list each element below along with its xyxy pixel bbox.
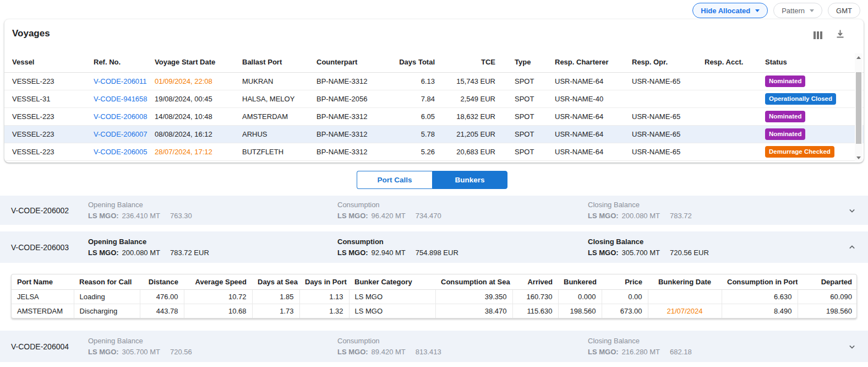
pattern-label: Pattern xyxy=(782,7,805,15)
resp-opr-cell: USR-NAME-65 xyxy=(632,148,705,156)
column-header-counterpart[interactable]: Counterpart xyxy=(316,58,391,66)
gmt-button[interactable]: GMT xyxy=(828,3,860,18)
fuel-type-label: LS MGO: xyxy=(588,348,619,356)
chevron-up-icon[interactable] xyxy=(845,242,859,253)
ref-no-link[interactable]: V-CODE-941658 xyxy=(94,95,148,103)
closing-balance-label: Closing Balance xyxy=(588,337,845,345)
download-icon[interactable] xyxy=(836,29,845,41)
consumption-sea-cell: 39.350 xyxy=(435,289,512,304)
bunker-section: V-CODE-206002 Opening Balance LS MGO:236… xyxy=(0,196,868,225)
closing-balance-block: Closing Balance LS MGO:216.280 MT682.18 xyxy=(588,337,845,356)
tce-cell: 15,743 EUR xyxy=(435,77,495,85)
column-header-ballast[interactable]: Ballast Port xyxy=(242,58,316,66)
scrollbar-thumb[interactable] xyxy=(856,72,861,144)
days-total-cell: 6.13 xyxy=(391,77,435,85)
vessel-cell: VESSEL-31 xyxy=(12,95,94,103)
type-cell: SPOT xyxy=(495,130,555,138)
days-port-cell: 1.32 xyxy=(299,304,349,318)
vertical-scrollbar[interactable] xyxy=(855,53,862,161)
table-row[interactable]: VESSEL-223 V-CODE-206008 14/08/2024, 10:… xyxy=(4,108,864,126)
column-header-opr[interactable]: Resp. Opr. xyxy=(632,58,705,66)
port-name-cell: JELSA xyxy=(12,289,74,304)
table-row-selected[interactable]: VESSEL-223 V-CODE-206007 08/08/2024, 16:… xyxy=(4,126,864,143)
port-calls-table: Port Name Reason for Call Distance Avera… xyxy=(11,274,857,319)
hide-allocated-button[interactable]: Hide Allocated xyxy=(692,3,768,18)
fuel-value: 783.72 xyxy=(670,212,692,220)
resp-charterer-cell: USR-NAME-64 xyxy=(555,148,632,156)
consumption-label: Consumption xyxy=(337,201,588,209)
port-table-row: JELSA Loading 476.00 10.72 1.85 1.13 LS … xyxy=(12,289,857,304)
column-header-type[interactable]: Type xyxy=(495,58,555,66)
chevron-down-icon xyxy=(755,9,760,12)
bunker-section-header[interactable]: V-CODE-206002 Opening Balance LS MGO:236… xyxy=(0,196,868,225)
ballast-port-cell: HALSA, MELOY xyxy=(242,95,316,103)
column-header-reason: Reason for Call xyxy=(74,274,140,289)
opening-balance-block: Opening Balance LS MGO:305.700 MT720.56 xyxy=(88,337,337,356)
status-badge: Nominated xyxy=(765,128,805,139)
chevron-down-icon[interactable] xyxy=(845,341,859,352)
tab-switcher: Port Calls Bunkers xyxy=(357,171,507,189)
ref-no-link[interactable]: V-CODE-206007 xyxy=(94,130,148,138)
ref-no-link[interactable]: V-CODE-206011 xyxy=(94,77,147,85)
counterpart-cell: BP-NAME-3312 xyxy=(316,77,391,85)
tab-port-calls[interactable]: Port Calls xyxy=(357,171,432,189)
column-header-days[interactable]: Days Total xyxy=(391,58,435,66)
pattern-button[interactable]: Pattern xyxy=(773,3,822,18)
resp-charterer-cell: USR-NAME-64 xyxy=(555,112,632,121)
type-cell: SPOT xyxy=(495,112,555,121)
vessel-cell: VESSEL-223 xyxy=(12,130,94,138)
ref-no-link[interactable]: V-CODE-206005 xyxy=(94,148,148,156)
counterpart-cell: BP-NAME-3312 xyxy=(316,130,391,138)
consumption-block: Consumption LS MGO:96.420 MT734.470 xyxy=(337,201,588,220)
days-total-cell: 6.05 xyxy=(391,112,435,121)
bunker-section-header[interactable]: V-CODE-206003 Opening Balance LS MGO:200… xyxy=(0,231,868,263)
chevron-down-icon[interactable] xyxy=(845,205,859,216)
type-cell: SPOT xyxy=(495,95,555,103)
column-settings-icon[interactable] xyxy=(814,31,822,39)
fuel-qty: 305.700 MT xyxy=(622,249,660,257)
ref-no-link[interactable]: V-CODE-206008 xyxy=(94,112,148,121)
closing-balance-label: Closing Balance xyxy=(588,201,845,209)
table-row[interactable]: VESSEL-223 V-CODE-206005 28/07/2024, 17:… xyxy=(4,143,864,161)
bunker-section-header[interactable]: V-CODE-206004 Opening Balance LS MGO:305… xyxy=(0,331,868,362)
column-header-charterer[interactable]: Resp. Charterer xyxy=(555,58,632,66)
column-header-departed: Departed xyxy=(798,274,857,289)
voyages-panel: Voyages Vessel Ref. No. Voyage Start Dat… xyxy=(4,19,864,163)
column-header-ref[interactable]: Ref. No. xyxy=(94,58,155,66)
counterpart-cell: BP-NAME-3312 xyxy=(316,148,391,156)
consumption-sea-cell: 38.470 xyxy=(435,304,512,318)
table-row[interactable]: VESSEL-31 V-CODE-941658 19/08/2024, 00:4… xyxy=(4,90,864,108)
counterpart-cell: BP-NAME-2056 xyxy=(316,95,391,103)
price-cell: 673.00 xyxy=(602,304,648,318)
voyage-code: V-CODE-206003 xyxy=(11,243,88,252)
consumption-port-cell: 8.490 xyxy=(722,304,798,318)
table-row[interactable]: VESSEL-223 V-CODE-206011 01/09/2024, 22:… xyxy=(4,73,864,90)
opening-balance-block: Opening Balance LS MGO:236.410 MT763.30 xyxy=(88,201,337,220)
avg-speed-cell: 10.68 xyxy=(184,304,252,318)
resp-charterer-cell: USR-NAME-40 xyxy=(555,95,632,103)
scroll-down-icon[interactable] xyxy=(855,154,862,161)
column-header-arrived: Arrived xyxy=(512,274,558,289)
fuel-type-label: LS MGO: xyxy=(588,212,619,220)
top-toolbar: Hide Allocated Pattern GMT xyxy=(692,3,860,18)
avg-speed-cell: 10.72 xyxy=(184,289,252,304)
days-port-cell: 1.13 xyxy=(299,289,349,304)
resp-charterer-cell: USR-NAME-64 xyxy=(555,130,632,138)
tab-bunkers[interactable]: Bunkers xyxy=(432,171,507,189)
fuel-value: 813.413 xyxy=(416,348,441,356)
column-header-port-name: Port Name xyxy=(12,274,74,289)
scroll-up-icon[interactable] xyxy=(855,53,862,61)
column-header-tce[interactable]: TCE xyxy=(435,58,495,66)
days-sea-cell: 1.73 xyxy=(252,304,299,318)
column-header-start[interactable]: Voyage Start Date xyxy=(155,58,242,66)
column-header-vessel[interactable]: Vessel xyxy=(12,58,94,66)
ballast-port-cell: AMSTERDAM xyxy=(242,112,316,121)
days-total-cell: 5.78 xyxy=(391,130,435,138)
column-header-bunkered: Bunkered xyxy=(558,274,602,289)
column-header-status[interactable]: Status xyxy=(765,58,853,66)
vessel-cell: VESSEL-223 xyxy=(12,77,94,85)
gmt-label: GMT xyxy=(836,7,852,15)
resp-opr-cell: USR-NAME-65 xyxy=(632,77,705,85)
column-header-acct[interactable]: Resp. Acct. xyxy=(705,58,765,66)
voyages-table-header: Vessel Ref. No. Voyage Start Date Ballas… xyxy=(4,51,864,73)
